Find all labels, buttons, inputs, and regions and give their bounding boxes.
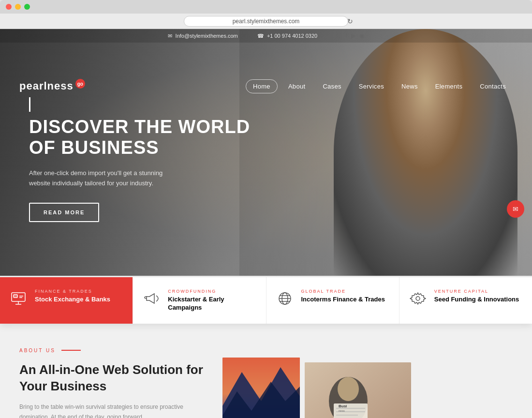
facebook-icon[interactable]: f [345, 32, 347, 39]
url-input[interactable]: pearl.stylemixthemes.com [184, 16, 348, 27]
service-item-global-trade[interactable]: GLOBAL TRADE Incoterms Finance & Trades [266, 277, 399, 324]
about-title: An All-in-One Web Solution for Your Busi… [19, 362, 203, 395]
browser-titlebar [0, 0, 532, 14]
gear-icon [409, 290, 427, 311]
service-item-venture[interactable]: VENTURE CAPITAL Seed Funding & Innovatio… [399, 277, 532, 324]
service-name: Incoterms Finance & Trades [301, 296, 385, 304]
nav-home[interactable]: Home [246, 79, 278, 93]
hero-title: DISCOVER THE WORLD OF BUSINESS [29, 117, 250, 159]
website-content: ✉ Info@stylemixthemes.com ☎ +1 00 974 40… [0, 29, 532, 418]
youtube-icon[interactable]: ▶ [351, 32, 355, 39]
service-name: Stock Exchange & Banks [35, 296, 110, 304]
service-name: Kickstarter & Early Campaigns [168, 296, 256, 312]
service-label: CROWDFUNDING [168, 289, 256, 294]
service-label: VENTURE CAPITAL [434, 289, 519, 294]
close-button[interactable] [6, 4, 12, 10]
refresh-icon[interactable]: ↻ [347, 17, 353, 25]
monitor-icon [10, 290, 27, 311]
topbar-email: ✉ Info@stylemixthemes.com [168, 33, 237, 39]
logo-text: pearlness [19, 80, 74, 92]
service-info: CROWDFUNDING Kickstarter & Early Campaig… [168, 289, 256, 312]
hero-section: ✉ Info@stylemixthemes.com ☎ +1 00 974 40… [0, 29, 532, 276]
nav-services[interactable]: Services [352, 80, 391, 93]
instagram-icon[interactable]: ◉ [359, 32, 364, 39]
about-images: Busi ness [222, 348, 513, 418]
phone-icon: ☎ [257, 33, 264, 39]
social-icons: 𝕏 f ▶ ◉ [337, 32, 364, 39]
about-image-person: Busi ness [305, 362, 411, 418]
globe-icon [276, 290, 294, 311]
site-header: pearlness go Home About Cases Services N… [0, 72, 532, 101]
about-content: ABOUT US An All-in-One Web Solution for … [19, 348, 203, 418]
about-image-mountain [222, 358, 300, 418]
top-bar: ✉ Info@stylemixthemes.com ☎ +1 00 974 40… [0, 29, 532, 43]
twitter-icon[interactable]: 𝕏 [337, 32, 341, 39]
svg-text:ness: ness [339, 409, 345, 412]
topbar-phone: ☎ +1 00 974 4012 0320 [257, 33, 317, 39]
read-more-button[interactable]: READ MORE [29, 203, 99, 222]
email-icon: ✉ [168, 33, 172, 39]
about-text: Bring to the table win-win survival stra… [19, 402, 203, 418]
service-label: FINANCE & TRADES [35, 289, 110, 294]
svg-marker-6 [147, 294, 154, 303]
nav-news[interactable]: News [395, 80, 425, 93]
browser-window: pearl.stylemixthemes.com ↻ [0, 0, 532, 29]
nav-about[interactable]: About [281, 80, 312, 93]
minimize-button[interactable] [15, 4, 21, 10]
about-section-label: ABOUT US [19, 348, 203, 353]
nav-cases[interactable]: Cases [316, 80, 348, 93]
maximize-button[interactable] [24, 4, 30, 10]
svg-point-12 [416, 297, 420, 300]
service-label: GLOBAL TRADE [301, 289, 385, 294]
megaphone-icon [143, 290, 160, 311]
hero-person-image [239, 29, 532, 276]
svg-text:Busi: Busi [339, 404, 347, 408]
service-item-finance[interactable]: FINANCE & TRADES Stock Exchange & Banks [0, 277, 133, 324]
service-info: FINANCE & TRADES Stock Exchange & Banks [35, 289, 110, 304]
svg-rect-3 [14, 295, 17, 298]
service-info: VENTURE CAPITAL Seed Funding & Innovatio… [434, 289, 519, 304]
fab-button[interactable]: ✉ [507, 200, 524, 218]
logo-badge: go [75, 79, 85, 89]
services-bar: FINANCE & TRADES Stock Exchange & Banks … [0, 276, 532, 324]
main-navigation: Home About Cases Services News Elements … [246, 79, 513, 93]
nav-contacts[interactable]: Contacts [473, 80, 513, 93]
service-item-crowdfunding[interactable]: CROWDFUNDING Kickstarter & Early Campaig… [133, 277, 266, 324]
svg-point-18 [338, 377, 359, 401]
chat-icon: ✉ [513, 205, 518, 213]
nav-elements[interactable]: Elements [429, 80, 470, 93]
about-section: ABOUT US An All-in-One Web Solution for … [0, 324, 532, 418]
hero-subtitle: After one-click demo import you'll get a… [29, 168, 164, 189]
service-name: Seed Funding & Innovations [434, 296, 519, 304]
service-info: GLOBAL TRADE Incoterms Finance & Trades [301, 289, 385, 304]
hero-content: DISCOVER THE WORLD OF BUSINESS After one… [0, 97, 279, 223]
logo[interactable]: pearlness go [19, 80, 85, 92]
address-bar: pearl.stylemixthemes.com ↻ [0, 14, 532, 29]
